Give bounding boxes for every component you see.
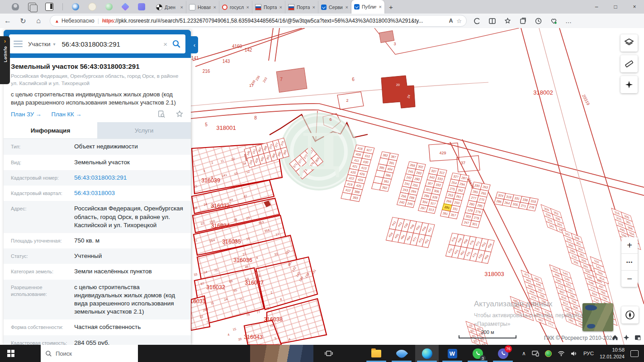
menu-icon[interactable] [14, 41, 23, 48]
plan-zu-link[interactable]: План ЗУ → [11, 111, 42, 118]
zoom-more-button[interactable]: ••• [621, 254, 638, 271]
word-app[interactable]: W [440, 345, 464, 362]
copilot-button[interactable] [473, 17, 481, 25]
whatsapp-app[interactable]: 3 [466, 345, 489, 362]
taskbar-search-box[interactable]: Поиск [41, 345, 138, 362]
back-button[interactable]: ← [0, 17, 15, 25]
tab-close-icon[interactable]: × [345, 5, 348, 10]
search-category-dropdown[interactable]: Участки ▾ [28, 41, 56, 48]
map-label: Д [297, 123, 341, 181]
home-icon[interactable] [611, 334, 619, 341]
browser-tab[interactable]: Новая вкладк× [186, 1, 219, 14]
start-button[interactable] [0, 345, 22, 362]
locate-object-button[interactable] [620, 76, 638, 93]
map-label: 8 [254, 115, 257, 120]
extensions-icon[interactable] [138, 3, 145, 10]
browser-tab[interactable]: Дзен× [153, 1, 186, 14]
measure-button[interactable] [620, 55, 638, 72]
tab-close-icon[interactable]: × [279, 5, 282, 10]
phone-app[interactable]: 76 [491, 345, 515, 362]
taskbar-clock[interactable]: 10:58 12.01.2024 [600, 347, 625, 360]
favorite-star-icon[interactable]: ☆ [456, 18, 462, 24]
browser-tab[interactable]: Портал госуда× [285, 1, 318, 14]
file-explorer-app[interactable] [365, 345, 388, 362]
browser-tab[interactable]: Сервисы× [318, 1, 351, 14]
info-value[interactable]: 56:43:0318003 [74, 189, 184, 197]
parcel-block: 382387391395404386381392 [372, 152, 399, 191]
browser-tab[interactable]: госуслуги лич× [219, 1, 252, 14]
extension-green-icon[interactable] [105, 3, 113, 10]
new-tab-button[interactable]: + [384, 3, 398, 11]
browser-tab[interactable]: Портал госуда× [252, 1, 285, 14]
wifi-icon[interactable] [558, 351, 565, 356]
collections-button[interactable] [519, 17, 527, 25]
edge-browser-app[interactable] [415, 345, 439, 362]
home-button[interactable]: ⌂ [31, 17, 46, 25]
search-input[interactable]: 56:43:0318003:291 [62, 40, 159, 48]
map-label: 316036 [233, 257, 252, 263]
tab-information[interactable]: Информация [4, 122, 97, 138]
tab-close-icon[interactable]: × [312, 5, 315, 10]
layers-button[interactable] [620, 34, 638, 52]
browser-essentials-button[interactable] [550, 17, 558, 25]
extension-globe-icon[interactable] [72, 3, 79, 10]
history-button[interactable] [535, 17, 542, 25]
search-category-label: Участки [28, 41, 51, 48]
browser-menu-button[interactable]: … [565, 17, 572, 24]
search-box[interactable]: Участки ▾ 56:43:0318003:291 × [9, 34, 185, 53]
extension-light-icon[interactable] [88, 3, 96, 11]
plan-kk-link[interactable]: План КК → [52, 111, 82, 118]
tab-close-icon[interactable]: × [379, 4, 382, 10]
read-aloud-icon[interactable]: A [449, 18, 453, 24]
info-label: Категория земель: [11, 267, 74, 276]
copilot-icon[interactable] [121, 3, 129, 11]
refresh-button[interactable]: ↻ [15, 17, 31, 25]
task-view-button[interactable] [319, 345, 339, 362]
notification-center-icon[interactable] [630, 350, 639, 357]
panel-collapse-button[interactable]: ‹ [191, 36, 198, 53]
my-location-button[interactable] [621, 306, 639, 324]
fullscreen-icon[interactable] [634, 334, 641, 341]
favorites-button[interactable] [504, 17, 511, 25]
search-icon[interactable] [172, 39, 181, 48]
info-label: Форма собственности: [11, 323, 74, 331]
browser-tab-bar: Дзен×Новая вкладк×госуслуги лич×Портал г… [0, 0, 644, 14]
tab-close-icon[interactable]: × [213, 5, 216, 10]
window-minimize-button[interactable]: – [587, 0, 606, 14]
time: 10:58 [600, 347, 625, 353]
security-warning-label[interactable]: Небезопасно [62, 18, 95, 24]
url-field[interactable]: ▲ Небезопасно | https://pkk.rosreestr.ru… [50, 15, 467, 27]
map-label: 6 [329, 117, 331, 122]
lotinfo-extension-tab[interactable]: › LotInfo [0, 36, 10, 84]
search-clear-icon[interactable]: × [163, 40, 167, 48]
browser-address-bar: ← ↻ ⌂ ▲ Небезопасно | https://pkk.rosree… [0, 14, 644, 29]
tray-expand-icon[interactable]: ∧ [522, 350, 526, 357]
window-maximize-button[interactable]: □ [606, 0, 625, 14]
info-label: Площадь уточненная: [11, 237, 74, 245]
marker-icon[interactable] [623, 334, 630, 341]
tab-title: Публичная ка [362, 4, 376, 10]
news-widget-thumbnail[interactable] [250, 345, 313, 362]
window-close-button[interactable]: × [625, 0, 644, 14]
favorite-star-icon[interactable] [175, 110, 184, 118]
keyboard-language[interactable]: РУС [583, 351, 594, 356]
feather-app[interactable] [390, 345, 413, 362]
browser-tab[interactable]: Публичная ка× [351, 0, 384, 14]
workspaces-icon[interactable] [28, 3, 36, 11]
info-row: Категория земель:Земли населённых пункто… [4, 264, 191, 279]
split-screen-button[interactable] [488, 17, 496, 25]
info-value[interactable]: 56:43:0318003:291 [74, 174, 184, 182]
sidebar-apps-icon[interactable] [45, 3, 53, 11]
doc-search-icon[interactable] [157, 110, 166, 118]
zoom-out-button[interactable]: − [621, 271, 638, 287]
zoom-in-button[interactable]: + [621, 237, 638, 254]
cast-device-icon[interactable] [532, 350, 539, 357]
green-tray-icon[interactable] [545, 350, 552, 357]
minimap-thumbnail[interactable] [582, 303, 613, 331]
tab-services[interactable]: Услуги [97, 122, 191, 138]
tab-close-icon[interactable]: × [180, 5, 183, 10]
profile-icon[interactable] [12, 3, 19, 10]
info-row: Разрешенное использование:с целью строит… [4, 280, 191, 320]
tab-close-icon[interactable]: × [246, 5, 249, 10]
volume-icon[interactable] [571, 351, 578, 357]
